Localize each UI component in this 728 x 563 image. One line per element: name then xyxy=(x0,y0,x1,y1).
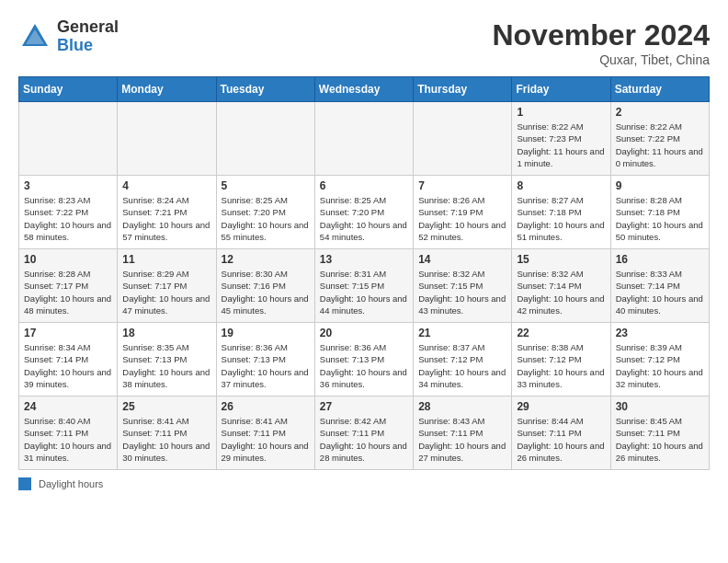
day-info: Sunrise: 8:41 AM Sunset: 7:11 PM Dayligh… xyxy=(222,415,310,464)
logo-blue: Blue xyxy=(57,37,119,55)
day-info: Sunrise: 8:28 AM Sunset: 7:17 PM Dayligh… xyxy=(24,268,112,316)
calendar-cell: 6Sunrise: 8:25 AM Sunset: 7:20 PM Daylig… xyxy=(314,176,413,249)
calendar-week-row: 17Sunrise: 8:34 AM Sunset: 7:14 PM Dayli… xyxy=(19,323,710,396)
calendar-cell: 29Sunrise: 8:44 AM Sunset: 7:11 PM Dayli… xyxy=(512,396,610,470)
calendar-week-row: 3Sunrise: 8:23 AM Sunset: 7:22 PM Daylig… xyxy=(19,176,710,249)
calendar-cell: 1Sunrise: 8:22 AM Sunset: 7:23 PM Daylig… xyxy=(512,102,610,176)
calendar-cell: 11Sunrise: 8:29 AM Sunset: 7:17 PM Dayli… xyxy=(118,249,216,323)
day-number: 4 xyxy=(122,179,210,192)
logo-text: General Blue xyxy=(57,18,119,55)
day-number: 20 xyxy=(320,327,408,339)
day-info: Sunrise: 8:41 AM Sunset: 7:11 PM Dayligh… xyxy=(122,415,210,464)
calendar-cell: 17Sunrise: 8:34 AM Sunset: 7:14 PM Dayli… xyxy=(19,323,118,396)
day-info: Sunrise: 8:36 AM Sunset: 7:13 PM Dayligh… xyxy=(222,341,310,390)
day-number: 26 xyxy=(222,400,310,413)
calendar-cell: 20Sunrise: 8:36 AM Sunset: 7:13 PM Dayli… xyxy=(314,323,413,396)
day-info: Sunrise: 8:39 AM Sunset: 7:12 PM Dayligh… xyxy=(616,341,704,390)
calendar-cell: 12Sunrise: 8:30 AM Sunset: 7:16 PM Dayli… xyxy=(216,249,314,323)
calendar-cell: 30Sunrise: 8:45 AM Sunset: 7:11 PM Dayli… xyxy=(610,396,709,470)
day-number: 15 xyxy=(517,253,605,266)
day-of-week-header: Thursday xyxy=(414,77,512,102)
day-info: Sunrise: 8:30 AM Sunset: 7:16 PM Dayligh… xyxy=(222,268,310,316)
calendar-cell: 18Sunrise: 8:35 AM Sunset: 7:13 PM Dayli… xyxy=(118,323,216,396)
legend: Daylight hours xyxy=(18,477,710,490)
day-number: 7 xyxy=(418,179,506,192)
day-number: 3 xyxy=(24,179,112,192)
day-info: Sunrise: 8:45 AM Sunset: 7:11 PM Dayligh… xyxy=(616,415,704,464)
day-number: 30 xyxy=(616,400,704,413)
logo-icon xyxy=(18,20,51,53)
day-number: 19 xyxy=(222,327,310,339)
calendar-cell: 14Sunrise: 8:32 AM Sunset: 7:15 PM Dayli… xyxy=(414,249,512,323)
day-number: 13 xyxy=(320,253,408,266)
day-number: 21 xyxy=(418,327,506,339)
calendar-cell: 22Sunrise: 8:38 AM Sunset: 7:12 PM Dayli… xyxy=(512,323,610,396)
day-info: Sunrise: 8:33 AM Sunset: 7:14 PM Dayligh… xyxy=(616,268,704,316)
day-of-week-header: Wednesday xyxy=(314,77,413,102)
calendar-cell: 23Sunrise: 8:39 AM Sunset: 7:12 PM Dayli… xyxy=(610,323,709,396)
day-info: Sunrise: 8:32 AM Sunset: 7:14 PM Dayligh… xyxy=(517,268,605,316)
day-info: Sunrise: 8:26 AM Sunset: 7:19 PM Dayligh… xyxy=(418,194,506,243)
day-number: 25 xyxy=(122,400,210,413)
day-number: 27 xyxy=(320,400,408,413)
day-info: Sunrise: 8:38 AM Sunset: 7:12 PM Dayligh… xyxy=(517,341,605,390)
page-header: General Blue November 2024 Quxar, Tibet,… xyxy=(18,18,710,67)
calendar-header-row: SundayMondayTuesdayWednesdayThursdayFrid… xyxy=(19,77,710,102)
day-number: 9 xyxy=(616,179,704,192)
day-info: Sunrise: 8:29 AM Sunset: 7:17 PM Dayligh… xyxy=(122,268,210,316)
calendar-cell: 24Sunrise: 8:40 AM Sunset: 7:11 PM Dayli… xyxy=(19,396,118,470)
day-info: Sunrise: 8:24 AM Sunset: 7:21 PM Dayligh… xyxy=(122,194,210,243)
day-info: Sunrise: 8:34 AM Sunset: 7:14 PM Dayligh… xyxy=(24,341,112,390)
day-of-week-header: Tuesday xyxy=(216,77,314,102)
calendar-cell: 15Sunrise: 8:32 AM Sunset: 7:14 PM Dayli… xyxy=(512,249,610,323)
month-year-title: November 2024 xyxy=(492,18,710,52)
calendar-cell: 25Sunrise: 8:41 AM Sunset: 7:11 PM Dayli… xyxy=(118,396,216,470)
day-number: 11 xyxy=(122,253,210,266)
day-of-week-header: Monday xyxy=(118,77,216,102)
day-info: Sunrise: 8:40 AM Sunset: 7:11 PM Dayligh… xyxy=(24,415,112,464)
day-number: 18 xyxy=(122,327,210,339)
location-subtitle: Quxar, Tibet, China xyxy=(492,52,710,67)
day-number: 1 xyxy=(517,106,605,119)
day-info: Sunrise: 8:27 AM Sunset: 7:18 PM Dayligh… xyxy=(517,194,605,243)
legend-label: Daylight hours xyxy=(39,478,103,489)
day-info: Sunrise: 8:43 AM Sunset: 7:11 PM Dayligh… xyxy=(418,415,506,464)
calendar-cell: 3Sunrise: 8:23 AM Sunset: 7:22 PM Daylig… xyxy=(19,176,118,249)
day-info: Sunrise: 8:31 AM Sunset: 7:15 PM Dayligh… xyxy=(320,268,408,316)
day-number: 29 xyxy=(517,400,605,413)
calendar-cell: 27Sunrise: 8:42 AM Sunset: 7:11 PM Dayli… xyxy=(314,396,413,470)
day-info: Sunrise: 8:25 AM Sunset: 7:20 PM Dayligh… xyxy=(320,194,408,243)
day-info: Sunrise: 8:36 AM Sunset: 7:13 PM Dayligh… xyxy=(320,341,408,390)
day-number: 28 xyxy=(418,400,506,413)
day-info: Sunrise: 8:37 AM Sunset: 7:12 PM Dayligh… xyxy=(418,341,506,390)
calendar-table: SundayMondayTuesdayWednesdayThursdayFrid… xyxy=(18,76,710,470)
day-info: Sunrise: 8:28 AM Sunset: 7:18 PM Dayligh… xyxy=(616,194,704,243)
day-number: 12 xyxy=(222,253,310,266)
day-number: 10 xyxy=(24,253,112,266)
calendar-cell xyxy=(314,102,413,176)
calendar-cell: 2Sunrise: 8:22 AM Sunset: 7:22 PM Daylig… xyxy=(610,102,709,176)
calendar-cell: 21Sunrise: 8:37 AM Sunset: 7:12 PM Dayli… xyxy=(414,323,512,396)
calendar-cell: 10Sunrise: 8:28 AM Sunset: 7:17 PM Dayli… xyxy=(19,249,118,323)
day-number: 5 xyxy=(222,179,310,192)
calendar-week-row: 24Sunrise: 8:40 AM Sunset: 7:11 PM Dayli… xyxy=(19,396,710,470)
day-info: Sunrise: 8:22 AM Sunset: 7:22 PM Dayligh… xyxy=(616,121,704,169)
calendar-cell xyxy=(216,102,314,176)
day-info: Sunrise: 8:42 AM Sunset: 7:11 PM Dayligh… xyxy=(320,415,408,464)
day-info: Sunrise: 8:44 AM Sunset: 7:11 PM Dayligh… xyxy=(517,415,605,464)
day-info: Sunrise: 8:25 AM Sunset: 7:20 PM Dayligh… xyxy=(222,194,310,243)
title-block: November 2024 Quxar, Tibet, China xyxy=(492,18,710,67)
day-number: 6 xyxy=(320,179,408,192)
calendar-cell: 9Sunrise: 8:28 AM Sunset: 7:18 PM Daylig… xyxy=(610,176,709,249)
day-number: 8 xyxy=(517,179,605,192)
legend-color-box xyxy=(18,477,31,490)
calendar-week-row: 1Sunrise: 8:22 AM Sunset: 7:23 PM Daylig… xyxy=(19,102,710,176)
day-number: 17 xyxy=(24,327,112,339)
logo: General Blue xyxy=(18,18,119,55)
calendar-cell: 8Sunrise: 8:27 AM Sunset: 7:18 PM Daylig… xyxy=(512,176,610,249)
day-info: Sunrise: 8:32 AM Sunset: 7:15 PM Dayligh… xyxy=(418,268,506,316)
day-info: Sunrise: 8:23 AM Sunset: 7:22 PM Dayligh… xyxy=(24,194,112,243)
day-info: Sunrise: 8:35 AM Sunset: 7:13 PM Dayligh… xyxy=(122,341,210,390)
calendar-cell: 5Sunrise: 8:25 AM Sunset: 7:20 PM Daylig… xyxy=(216,176,314,249)
calendar-cell xyxy=(414,102,512,176)
